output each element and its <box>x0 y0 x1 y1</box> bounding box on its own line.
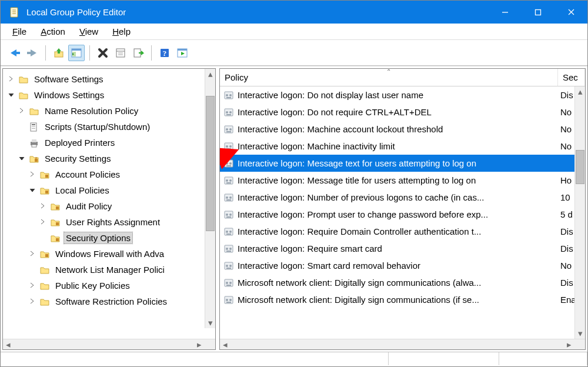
policy-name: Interactive logon: Message text for user… <box>238 158 560 168</box>
svg-rect-69 <box>226 216 231 218</box>
svg-point-87 <box>226 299 228 301</box>
svg-point-43 <box>226 111 228 114</box>
script-icon <box>29 122 39 132</box>
policy-icon <box>223 141 234 152</box>
show-hide-tree-button[interactable] <box>68 45 85 61</box>
policy-icon <box>223 226 234 237</box>
policy-name: Interactive logon: Do not require CTRL+A… <box>238 107 560 117</box>
properties-button[interactable] <box>112 45 129 61</box>
policy-row[interactable]: Interactive logon: Do not display last u… <box>220 86 585 104</box>
tree-item-security-options[interactable]: Security Options <box>3 230 215 246</box>
chevron-down-icon[interactable] <box>29 186 37 195</box>
tree-label: Local Policies <box>54 185 111 196</box>
folder-icon <box>29 106 39 116</box>
menu-view[interactable]: View <box>75 25 105 38</box>
chevron-down-icon[interactable] <box>18 155 26 163</box>
nav-tree[interactable]: Software Settings Windows Settings Name … <box>3 69 215 339</box>
policy-row[interactable]: Interactive logon: Number of previous lo… <box>220 189 585 206</box>
col-header-policy[interactable]: Policy ⌃ <box>220 69 558 86</box>
svg-point-52 <box>229 145 232 148</box>
svg-point-39 <box>226 94 228 96</box>
export-button[interactable] <box>130 45 146 61</box>
chevron-blank <box>18 139 26 147</box>
policy-row[interactable]: Interactive logon: Do not require CTRL+A… <box>220 104 585 121</box>
svg-rect-25 <box>32 126 35 127</box>
tree-hscrollbar[interactable]: ◂ ▸ <box>3 339 215 349</box>
svg-rect-37 <box>45 254 48 257</box>
chevron-right-icon[interactable] <box>39 202 48 211</box>
tree-vscrollbar[interactable]: ▴ ▾ <box>205 69 215 328</box>
tree-item-windows-settings[interactable]: Windows Settings <box>3 87 215 103</box>
scroll-right-icon[interactable]: ▸ <box>194 339 205 350</box>
list-panel: Policy ⌃ Sec Interactive logon: Do not d… <box>219 68 586 350</box>
minimize-button[interactable] <box>489 1 522 24</box>
chevron-right-icon[interactable] <box>29 171 37 179</box>
help-button[interactable]: ? <box>156 45 173 61</box>
tree-item-srp[interactable]: Software Restriction Policies <box>3 293 215 309</box>
policy-row[interactable]: Interactive logon: Prompt user to change… <box>220 206 585 223</box>
chevron-right-icon[interactable] <box>18 107 26 115</box>
chevron-right-icon[interactable] <box>8 75 16 84</box>
window-title: Local Group Policy Editor <box>26 7 489 17</box>
tree-item-firewall[interactable]: Windows Firewall with Adva <box>3 246 215 262</box>
scroll-left-icon[interactable]: ◂ <box>220 339 230 350</box>
svg-rect-89 <box>226 302 231 303</box>
close-button[interactable] <box>554 1 587 24</box>
list-hscrollbar[interactable]: ◂ ▸ <box>220 339 585 349</box>
col-header-security-setting[interactable]: Sec <box>558 69 585 86</box>
tree-item-printers[interactable]: Deployed Printers <box>3 135 215 151</box>
policy-row[interactable]: Microsoft network client: Digitally sign… <box>220 291 585 308</box>
tree-label: Windows Settings <box>32 89 106 101</box>
tree-label: User Rights Assignment <box>64 216 162 228</box>
title-bar: Local Group Policy Editor <box>1 1 587 24</box>
policy-row[interactable]: Interactive logon: Message text for user… <box>220 155 585 172</box>
back-button[interactable] <box>6 45 23 61</box>
menu-file[interactable]: File <box>8 25 34 38</box>
up-button[interactable] <box>51 45 67 61</box>
policy-row[interactable]: Interactive logon: Message title for use… <box>220 172 585 189</box>
svg-point-83 <box>226 282 228 284</box>
tree-item-software-settings[interactable]: Software Settings <box>3 71 215 87</box>
tree-item-name-resolution[interactable]: Name Resolution Policy <box>3 103 215 119</box>
chevron-down-icon[interactable] <box>8 91 16 99</box>
svg-point-56 <box>229 162 232 165</box>
chevron-right-icon[interactable] <box>29 250 37 258</box>
svg-rect-29 <box>32 145 36 147</box>
tree-item-security-settings[interactable]: Security Settings <box>3 151 215 166</box>
list-body[interactable]: Interactive logon: Do not display last u… <box>220 86 585 339</box>
policy-row[interactable]: Microsoft network client: Digitally sign… <box>220 274 585 291</box>
forward-button[interactable] <box>24 45 41 61</box>
chevron-blank <box>18 123 26 131</box>
svg-point-51 <box>226 145 228 148</box>
policy-row[interactable]: Interactive logon: Smart card removal be… <box>220 257 585 274</box>
delete-button[interactable] <box>95 45 111 61</box>
tree-item-local-policies[interactable]: Local Policies <box>3 182 215 198</box>
tree-item-audit-policy[interactable]: Audit Policy <box>3 198 215 214</box>
scroll-left-icon[interactable]: ◂ <box>3 339 14 350</box>
tree-label: Name Resolution Policy <box>43 105 140 116</box>
chevron-right-icon[interactable] <box>29 298 37 306</box>
tree-item-network-list[interactable]: Network List Manager Polici <box>3 262 215 278</box>
policy-row[interactable]: Interactive logon: Machine account locko… <box>220 121 585 138</box>
maximize-button[interactable] <box>522 1 554 24</box>
tree-item-user-rights[interactable]: User Rights Assignment <box>3 214 215 230</box>
svg-point-75 <box>226 248 228 250</box>
tree-item-scripts[interactable]: Scripts (Startup/Shutdown) <box>3 119 215 135</box>
tree-item-account-policies[interactable]: Account Policies <box>3 166 215 182</box>
scroll-right-icon[interactable]: ▸ <box>564 339 574 350</box>
toolbar-separator <box>89 45 90 61</box>
run-button[interactable] <box>174 45 191 61</box>
tree-item-public-key[interactable]: Public Key Policies <box>3 278 215 293</box>
chevron-right-icon[interactable] <box>39 218 48 226</box>
policy-row[interactable]: Interactive logon: Require smart cardDis <box>220 240 585 257</box>
menu-help[interactable]: Help <box>108 25 138 38</box>
policy-icon <box>223 158 234 169</box>
svg-point-55 <box>226 162 228 165</box>
status-bar <box>1 352 587 365</box>
chevron-right-icon[interactable] <box>29 282 37 290</box>
list-vscrollbar[interactable]: ▴ ▾ <box>574 86 585 339</box>
policy-row[interactable]: Interactive logon: Machine inactivity li… <box>220 138 585 155</box>
menu-action[interactable]: Action <box>36 25 72 38</box>
status-cell <box>389 352 499 365</box>
policy-row[interactable]: Interactive logon: Require Domain Contro… <box>220 223 585 240</box>
